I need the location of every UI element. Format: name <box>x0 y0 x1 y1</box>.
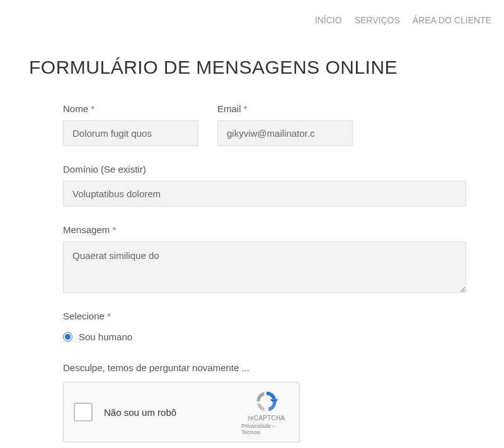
required-asterisk: * <box>244 103 248 114</box>
recaptcha-brand: reCAPTCHA <box>248 415 285 422</box>
recaptcha-text: Não sou um robô <box>104 407 241 418</box>
nav-services[interactable]: SERVIÇOS <box>355 15 400 25</box>
select-label: Selecione * <box>63 311 466 321</box>
domain-label: Domínio (Se existir) <box>63 164 466 175</box>
recaptcha-icon <box>255 389 278 413</box>
recaptcha-branding: reCAPTCHA Privacidade - Termos <box>241 389 292 435</box>
recaptcha-box: Não sou um robô reCAPTCHA Privacidade - … <box>63 382 300 442</box>
select-label-text: Selecione <box>63 311 105 321</box>
required-asterisk: * <box>91 103 94 114</box>
form-group-select: Selecione * Sou humano <box>63 311 466 342</box>
message-label-text: Mensagem <box>63 224 110 235</box>
nav-client-area[interactable]: ÁREA DO CLIENTE <box>413 15 491 25</box>
form-group-name: Nome * <box>63 103 198 146</box>
required-asterisk: * <box>112 224 116 235</box>
name-label-text: Nome <box>63 103 88 114</box>
form-group-domain: Domínio (Se existir) <box>63 164 466 207</box>
message-label: Mensagem * <box>63 224 466 235</box>
nav-home[interactable]: INÍCIO <box>315 15 342 25</box>
radio-row-human: Sou humano <box>63 331 466 342</box>
radio-human-label: Sou humano <box>79 331 132 342</box>
required-asterisk: * <box>107 311 111 321</box>
domain-input[interactable] <box>63 181 466 207</box>
recaptcha-checkbox[interactable] <box>74 403 93 422</box>
recaptcha-intro: Desculpe, temos de perguntar novamente .… <box>63 362 466 373</box>
recaptcha-links[interactable]: Privacidade - Termos <box>241 423 292 435</box>
email-label-text: Email <box>217 103 241 114</box>
message-textarea[interactable]: Quaerat similique do <box>63 241 466 293</box>
form-group-email: Email * <box>217 103 353 146</box>
top-nav: INÍCIO SERVIÇOS ÁREA DO CLIENTE <box>0 0 504 25</box>
email-label: Email * <box>217 103 353 114</box>
radio-human[interactable] <box>63 332 72 342</box>
name-input[interactable] <box>63 120 198 146</box>
email-input[interactable] <box>217 120 353 146</box>
page-title: FORMULÁRIO DE MENSAGENS ONLINE <box>29 57 504 78</box>
message-form: Nome * Email * Domínio (Se existir) Mens… <box>0 103 504 442</box>
form-group-message: Mensagem * Quaerat similique do <box>63 224 466 293</box>
name-label: Nome * <box>63 103 198 114</box>
form-group-recaptcha: Desculpe, temos de perguntar novamente .… <box>63 362 466 442</box>
